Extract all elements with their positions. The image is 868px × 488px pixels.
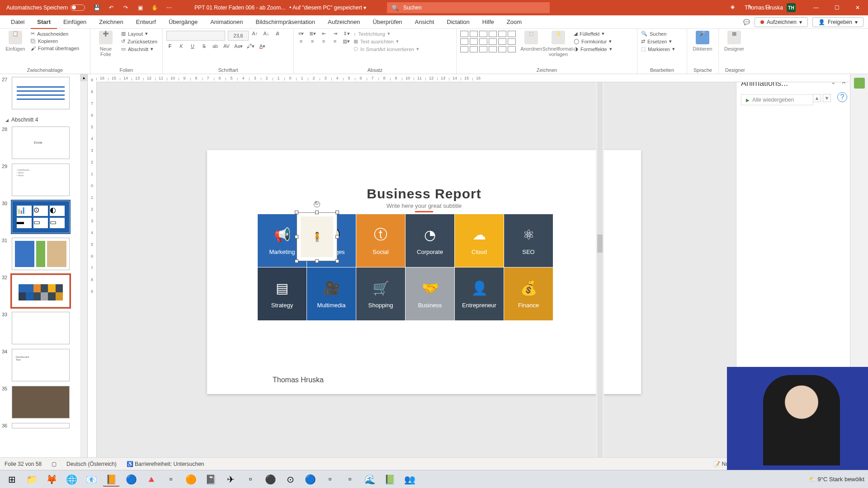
slide-stage[interactable]: 9876543210123456789 Business Report Writ… — [88, 74, 736, 475]
record-button[interactable]: Aufzeichnen ▾ — [755, 17, 808, 27]
text-direction-button[interactable]: ↕ Textrichtung ▾ — [354, 31, 419, 37]
justify-button[interactable]: ≡ — [331, 38, 339, 44]
dedent-button[interactable]: ⇤ — [320, 31, 327, 37]
spacing-button[interactable]: AV — [223, 43, 230, 49]
slide-canvas[interactable]: Business Report Write here your great su… — [207, 150, 641, 394]
italic-button[interactable]: K — [178, 43, 185, 49]
effects-button[interactable]: ◑ Formeffekte ▾ — [574, 46, 612, 52]
spell-icon[interactable]: ▢ — [52, 461, 57, 467]
tab-einfuegen[interactable]: Einfügen — [57, 15, 93, 29]
shadow-button[interactable]: ab — [212, 43, 219, 49]
new-slide-button[interactable]: ➕Neue Folie — [94, 31, 118, 57]
tab-aufzeichnen[interactable]: Aufzeichnen — [321, 15, 367, 29]
stage-scrollbar[interactable] — [596, 74, 604, 475]
outlook-icon[interactable]: 📧 — [83, 472, 99, 487]
align-center-button[interactable]: ≡ — [309, 38, 316, 44]
underline-button[interactable]: U — [189, 43, 196, 49]
user-account[interactable]: Thomas Hruska TH — [745, 3, 796, 12]
chrome-icon[interactable]: 🌐 — [63, 472, 80, 487]
handle[interactable] — [335, 259, 339, 263]
app-icon[interactable]: ⊙ — [282, 472, 298, 487]
bullets-button[interactable]: ≡▾ — [297, 31, 305, 37]
scroll-up-icon[interactable]: ▴ — [80, 74, 87, 81]
handle[interactable] — [295, 211, 298, 214]
bold-button[interactable]: F — [166, 43, 174, 49]
maximize-button[interactable]: ☐ — [826, 0, 847, 15]
app-icon[interactable]: ▫ — [342, 472, 358, 487]
paste-button[interactable]: 📋Einfügen — [4, 31, 27, 52]
app-icon[interactable]: 🟠 — [183, 472, 199, 487]
explorer-icon[interactable]: 📁 — [24, 472, 40, 487]
thumb-30[interactable]: 📊⊙◐▬▭▭ — [12, 201, 70, 233]
case-button[interactable]: Aa▾ — [234, 43, 243, 49]
handle[interactable] — [335, 235, 339, 239]
increase-font-icon[interactable]: A↑ — [251, 31, 259, 41]
handle[interactable] — [315, 259, 319, 263]
move-up-icon[interactable]: ▲ — [813, 94, 821, 102]
toggle-icon[interactable] — [71, 5, 85, 11]
tab-datei[interactable]: Datei — [5, 15, 31, 29]
app-icon[interactable]: 🔵 — [123, 472, 139, 487]
linespacing-button[interactable]: ⇕▾ — [343, 31, 350, 37]
strike-button[interactable]: S̶ — [200, 43, 208, 49]
save-icon[interactable]: 💾 — [93, 4, 100, 11]
handle[interactable] — [315, 211, 319, 214]
outline-button[interactable]: ◯ Formkontur ▾ — [574, 38, 612, 44]
thumb-28[interactable]: Ende — [12, 127, 70, 159]
text-align-button[interactable]: ▦ Text ausrichten ▾ — [354, 38, 419, 44]
scroll-thumb[interactable] — [597, 235, 603, 253]
layout-button[interactable]: ▥ Layout ▾ — [121, 31, 157, 37]
app-icon[interactable]: ▫ — [322, 472, 338, 487]
excel-icon[interactable]: 📗 — [382, 472, 398, 487]
thumb-27[interactable] — [12, 77, 70, 109]
comments-icon[interactable]: 💬 — [743, 19, 750, 25]
replace-button[interactable]: ⇄ Ersetzen ▾ — [641, 38, 675, 44]
help-icon[interactable]: ? — [837, 92, 847, 102]
accessibility[interactable]: ♿ Barrierefreiheit: Untersuchen — [127, 461, 204, 467]
reset-button[interactable]: ↺ Zurücksetzen — [121, 38, 157, 44]
powerpoint-icon[interactable]: 📙 — [103, 472, 119, 487]
autosave-toggle[interactable]: Automatisches Speichern — [0, 5, 85, 11]
app-icon[interactable]: ▫ — [163, 472, 179, 487]
thumb-36[interactable] — [12, 423, 70, 428]
highlight-button[interactable]: 🖍▾ — [247, 43, 255, 49]
app-icon[interactable]: ▫ — [242, 472, 259, 487]
thumb-33[interactable] — [12, 312, 70, 344]
from-start-icon[interactable]: ▣ — [137, 4, 144, 11]
select-button[interactable]: ⬚ Markieren ▾ — [641, 46, 675, 52]
teams-icon[interactable]: 👥 — [401, 472, 418, 487]
weather-widget[interactable]: ⛅ 9°C Stark bewölkt — [809, 476, 864, 483]
handle[interactable] — [335, 211, 339, 214]
font-family-select[interactable] — [166, 31, 225, 41]
quick-styles-button[interactable]: ✨Schnellformat-vorlagen — [547, 31, 570, 57]
tab-start[interactable]: Start — [31, 15, 57, 29]
designer-toggle[interactable] — [854, 78, 865, 89]
tab-zeichnen[interactable]: Zeichnen — [93, 15, 129, 29]
close-button[interactable]: ✕ — [847, 0, 868, 15]
play-all-button[interactable]: Alle wiedergeben — [741, 94, 813, 105]
align-right-button[interactable]: ≡ — [320, 38, 327, 44]
rotate-handle[interactable] — [314, 201, 320, 207]
format-painter-button[interactable]: 🖌 Format übertragen — [31, 46, 79, 51]
thumb-31[interactable] — [12, 238, 70, 270]
tab-hilfe[interactable]: Hilfe — [476, 15, 500, 29]
indent-button[interactable]: ⇥ — [331, 31, 339, 37]
decrease-font-icon[interactable]: A↓ — [263, 31, 270, 41]
touch-icon[interactable]: ✋ — [151, 4, 158, 11]
redo-icon[interactable]: ↷ — [122, 4, 129, 11]
move-down-icon[interactable]: ▼ — [823, 94, 831, 102]
numbering-button[interactable]: ≣▾ — [309, 31, 316, 37]
thumb-34[interactable]: DashboardText — [12, 349, 70, 381]
shapes-gallery[interactable] — [460, 31, 516, 52]
qat-more-icon[interactable]: ⋯ — [165, 4, 173, 11]
tab-animationen[interactable]: Animationen — [204, 15, 249, 29]
slide-counter[interactable]: Folie 32 von 58 — [5, 461, 42, 467]
tab-bildschirm[interactable]: Bildschirmpräsentation — [249, 15, 321, 29]
minimize-button[interactable]: — — [806, 0, 826, 15]
app-icon[interactable]: 🔵 — [302, 472, 318, 487]
tab-uebergaenge[interactable]: Übergänge — [162, 15, 204, 29]
fill-button[interactable]: ◢ Fülleffekt ▾ — [574, 31, 612, 37]
undo-icon[interactable]: ↶ — [108, 4, 115, 11]
start-button[interactable]: ⊞ — [4, 472, 20, 487]
thumb-35[interactable] — [12, 386, 70, 418]
